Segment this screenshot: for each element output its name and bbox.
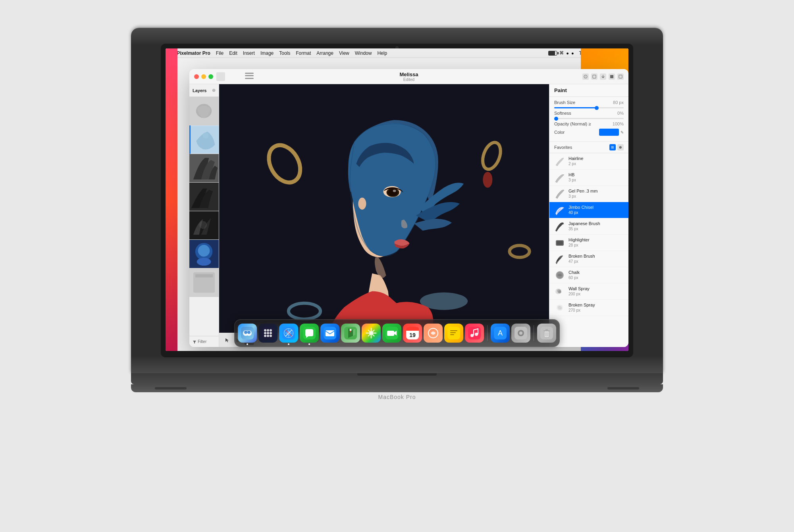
brush-item-hb[interactable]: HB 3 px — [549, 170, 628, 186]
dock-mail[interactable] — [320, 324, 339, 343]
svg-point-77 — [264, 332, 266, 334]
menu-file[interactable]: File — [213, 50, 226, 56]
layers-list — [189, 97, 219, 336]
fullscreen-button[interactable] — [208, 74, 213, 79]
layers-title: Layers — [193, 88, 206, 93]
menu-tools[interactable]: Tools — [276, 50, 293, 56]
brush-item-chalk[interactable]: Chalk 60 px — [549, 267, 628, 283]
layers-header: Layers ⊕ — [189, 84, 219, 97]
brush-name-highlighter: Highlighter — [569, 237, 624, 243]
brush-item-gelpen[interactable]: Gel Pen .3 mm 3 px — [549, 186, 628, 202]
menu-help[interactable]: Help — [374, 50, 390, 56]
menu-view[interactable]: View — [336, 50, 352, 56]
menu-format[interactable]: Format — [293, 50, 314, 56]
favorites-settings-icon[interactable]: ⊕ — [617, 144, 624, 150]
menu-window[interactable]: Window — [352, 50, 375, 56]
opacity-label: Opacity (Normal) ≥ — [554, 121, 591, 126]
brush-preview-broken-brush — [554, 253, 565, 264]
filter-label: Filter — [198, 339, 206, 344]
dock-preferences[interactable] — [511, 324, 530, 343]
dock-messages[interactable] — [300, 324, 319, 343]
app-name[interactable]: Pixelmator Pro — [174, 50, 213, 56]
layers-settings-icon[interactable]: ⊕ — [212, 88, 216, 93]
brush-item-broken-spray[interactable]: Broken Spray 270 px — [549, 300, 628, 316]
dock-facetime[interactable] — [382, 324, 401, 343]
brush-item-jimbo-chisel[interactable]: Jimbo Chisel 40 px — [549, 202, 628, 218]
nav-toggle — [245, 73, 254, 81]
canvas-area[interactable]: i ⊕ — [219, 84, 549, 347]
brush-size-slider[interactable] — [554, 107, 624, 108]
color-picker-icon[interactable]: ✎ — [621, 130, 624, 135]
share-button[interactable] — [591, 73, 597, 80]
dock-notes[interactable] — [444, 324, 463, 343]
favorites-icons: ⊞ ⊕ — [609, 144, 624, 150]
brush-preview-highlighter — [554, 237, 565, 248]
tool-cursor[interactable] — [222, 335, 232, 345]
filter-button[interactable]: Filter — [193, 339, 206, 344]
close-button[interactable] — [194, 74, 199, 79]
brush-name-gelpen: Gel Pen .3 mm — [569, 189, 624, 194]
brush-item-broken-brush[interactable]: Broken Brush 47 px — [549, 251, 628, 267]
brush-item-highlighter[interactable]: Highlighter 28 px — [549, 235, 628, 251]
softness-slider[interactable] — [554, 118, 624, 119]
info-button[interactable]: i — [582, 73, 589, 80]
dock-trash[interactable] — [537, 324, 556, 343]
minimize-button[interactable] — [201, 74, 206, 79]
svg-text:19: 19 — [409, 332, 416, 338]
layer-7[interactable] — [189, 268, 219, 297]
layer-3[interactable] — [189, 154, 219, 183]
layer-6[interactable] — [189, 240, 219, 268]
arrange-button[interactable] — [609, 73, 615, 80]
dock: 19 A — [234, 319, 560, 347]
layers-footer: Filter — [189, 336, 219, 347]
brush-size-hb: 3 px — [569, 178, 624, 183]
brush-name-jimbo-chisel: Jimbo Chisel — [569, 205, 624, 210]
layer-4[interactable] — [189, 183, 219, 211]
favorites-section: Favorites ⊞ ⊕ — [549, 142, 628, 153]
dock-music[interactable] — [465, 324, 484, 343]
svg-point-71 — [244, 331, 247, 334]
svg-rect-119 — [545, 329, 548, 330]
brush-item-japanese-brush[interactable]: Japanese Brush 35 px — [549, 218, 628, 235]
color-swatch[interactable] — [599, 129, 619, 136]
svg-point-18 — [199, 221, 207, 229]
favorites-grid-icon[interactable]: ⊞ — [609, 144, 616, 150]
dock-maps[interactable] — [341, 324, 360, 343]
brush-size-label: Brush Size — [554, 100, 575, 105]
svg-point-32 — [483, 172, 492, 188]
svg-point-67 — [560, 307, 562, 310]
window-body: Layers ⊕ — [189, 84, 628, 347]
dock-separator — [487, 325, 488, 341]
menu-edit[interactable]: Edit — [226, 50, 240, 56]
layer-2-active[interactable] — [189, 125, 219, 154]
dock-appstore[interactable]: A — [491, 324, 510, 343]
export-button[interactable] — [600, 73, 606, 80]
user-icon[interactable]: ● — [571, 51, 574, 56]
layer-1[interactable] — [189, 97, 219, 125]
window-controls-right: i — [582, 73, 624, 80]
menu-arrange[interactable]: Arrange — [314, 50, 336, 56]
dock-photos[interactable] — [362, 324, 381, 343]
brush-size-gelpen: 3 px — [569, 194, 624, 199]
dock-finder[interactable] — [238, 324, 257, 343]
menu-insert[interactable]: Insert — [240, 50, 258, 56]
zoom-button[interactable] — [617, 73, 624, 80]
brush-item-hairline[interactable]: Hairline 2 px — [549, 153, 628, 170]
dock-safari[interactable] — [279, 324, 298, 343]
svg-point-109 — [470, 334, 474, 337]
svg-point-36 — [393, 190, 396, 192]
dock-launchpad[interactable] — [258, 324, 278, 343]
brush-size-hairline: 2 px — [569, 162, 624, 166]
svg-point-78 — [267, 332, 269, 334]
svg-point-37 — [358, 198, 366, 210]
dock-calendar[interactable]: 19 — [403, 324, 422, 343]
window-titlebar: Melissa Edited i — [189, 69, 628, 84]
menu-image[interactable]: Image — [258, 50, 276, 56]
svg-point-21 — [197, 258, 211, 266]
brush-size-broken-spray: 270 px — [569, 308, 624, 313]
layer-5[interactable] — [189, 211, 219, 240]
search-icon[interactable]: ● — [566, 51, 569, 56]
dock-pixelmator[interactable] — [424, 324, 443, 343]
brush-item-wall-spray[interactable]: Wall Spray 200 px — [549, 283, 628, 300]
document-title: Melissa — [400, 71, 418, 77]
